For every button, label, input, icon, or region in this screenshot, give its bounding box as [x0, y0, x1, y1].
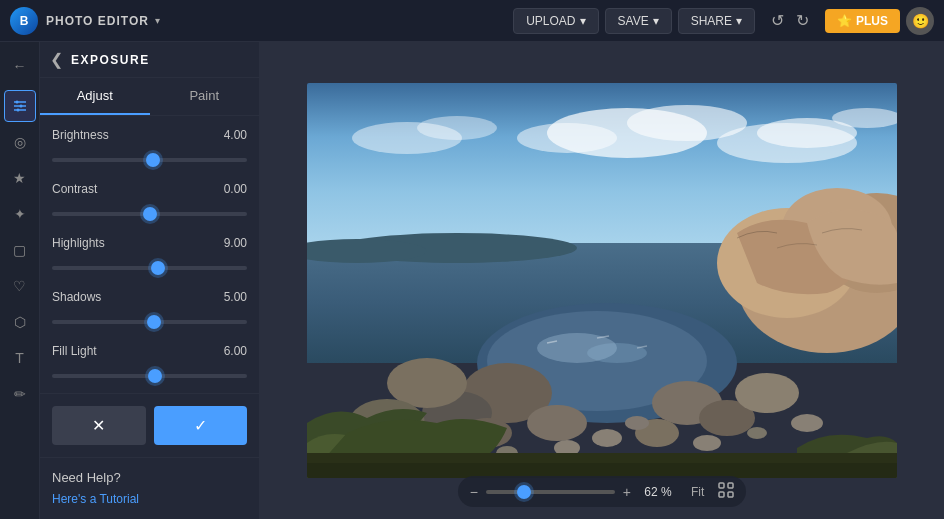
back-icon: ← — [13, 58, 27, 74]
svg-point-39 — [625, 416, 649, 430]
brush-icon: ✏ — [14, 386, 26, 402]
highlights-label: Highlights — [52, 236, 105, 250]
exposure-panel: ❮ EXPOSURE Adjust Paint Brightness 4.00 — [40, 42, 260, 519]
panel-nav: ❮ EXPOSURE — [40, 42, 259, 78]
sidebar-item-heart[interactable]: ♡ — [4, 270, 36, 302]
avatar-icon: 🙂 — [912, 13, 929, 29]
svg-point-27 — [587, 343, 647, 363]
shadows-group: Shadows 5.00 — [52, 290, 247, 328]
star-icon: ★ — [13, 170, 26, 186]
header: B PHOTO EDITOR ▾ UPLOAD ▾ SAVE ▾ SHARE ▾… — [0, 0, 944, 42]
save-button[interactable]: SAVE ▾ — [605, 8, 672, 34]
app-dropdown-icon[interactable]: ▾ — [155, 15, 160, 26]
share-button[interactable]: SHARE ▾ — [678, 8, 755, 34]
brightness-label: Brightness — [52, 128, 109, 142]
help-title: Need Help? — [52, 470, 247, 485]
help-link[interactable]: Here's a Tutorial — [52, 492, 139, 506]
tab-paint[interactable]: Paint — [150, 78, 260, 115]
svg-point-42 — [693, 435, 721, 451]
svg-point-1 — [15, 101, 18, 104]
shadows-value: 5.00 — [224, 290, 247, 304]
highlights-slider[interactable] — [52, 266, 247, 270]
sidebar-item-text[interactable]: T — [4, 342, 36, 374]
panel-back-button[interactable]: ❮ — [50, 50, 63, 69]
upload-dropdown-icon: ▾ — [580, 14, 586, 28]
confirm-button[interactable]: ✓ — [154, 406, 248, 445]
zoom-expand-button[interactable] — [718, 482, 734, 501]
eye-icon: ◎ — [14, 134, 26, 150]
svg-point-45 — [791, 414, 823, 432]
sidebar-item-sliders[interactable] — [4, 90, 36, 122]
svg-point-13 — [352, 122, 462, 154]
sidebar-item-shape[interactable]: ⬡ — [4, 306, 36, 338]
panel-actions: ✕ ✓ — [40, 393, 259, 457]
undo-button[interactable]: ↺ — [767, 7, 788, 34]
fill-light-group: Fill Light 6.00 — [52, 344, 247, 382]
upload-button[interactable]: UPLOAD ▾ — [513, 8, 598, 34]
brightness-group: Brightness 4.00 — [52, 128, 247, 166]
frame-icon: ▢ — [13, 242, 26, 258]
sidebar-item-star[interactable]: ★ — [4, 162, 36, 194]
zoom-fit-button[interactable]: Fit — [685, 483, 710, 501]
heart-icon: ♡ — [13, 278, 26, 294]
sidebar-item-frame[interactable]: ▢ — [4, 234, 36, 266]
main-content: ← ◎ ★ ✦ ▢ ♡ ⬡ — [0, 42, 944, 519]
svg-rect-51 — [719, 483, 724, 488]
tab-adjust[interactable]: Adjust — [40, 78, 150, 115]
confirm-icon: ✓ — [194, 416, 207, 435]
save-dropdown-icon: ▾ — [653, 14, 659, 28]
app-name: PHOTO EDITOR — [46, 14, 149, 28]
svg-point-38 — [592, 429, 622, 447]
cancel-button[interactable]: ✕ — [52, 406, 146, 445]
zoom-out-icon[interactable]: − — [470, 484, 478, 500]
fill-light-value: 6.00 — [224, 344, 247, 358]
fill-light-label: Fill Light — [52, 344, 97, 358]
fill-light-slider[interactable] — [52, 374, 247, 378]
redo-button[interactable]: ↻ — [792, 7, 813, 34]
sidebar-item-brush[interactable]: ✏ — [4, 378, 36, 410]
sidebar-item-effects[interactable]: ✦ — [4, 198, 36, 230]
photo-canvas — [307, 83, 897, 478]
sidebar: ← ◎ ★ ✦ ▢ ♡ ⬡ — [0, 42, 40, 519]
effects-icon: ✦ — [14, 206, 26, 222]
svg-point-30 — [527, 405, 587, 441]
zoom-in-icon[interactable]: + — [623, 484, 631, 500]
panel-tabs: Adjust Paint — [40, 78, 259, 116]
svg-rect-52 — [728, 483, 733, 488]
highlights-group: Highlights 9.00 — [52, 236, 247, 274]
app-logo: B — [10, 7, 38, 35]
svg-rect-54 — [728, 492, 733, 497]
shape-icon: ⬡ — [14, 314, 26, 330]
shadows-slider[interactable] — [52, 320, 247, 324]
sidebar-item-back[interactable]: ← — [4, 50, 36, 82]
panel-title: EXPOSURE — [71, 53, 150, 67]
highlights-value: 9.00 — [224, 236, 247, 250]
svg-point-5 — [16, 109, 19, 112]
svg-point-43 — [747, 427, 767, 439]
shadows-label: Shadows — [52, 290, 101, 304]
zoom-bar: − + 62 % Fit — [458, 476, 747, 507]
share-dropdown-icon: ▾ — [736, 14, 742, 28]
sidebar-item-eye[interactable]: ◎ — [4, 126, 36, 158]
brightness-slider[interactable] — [52, 158, 247, 162]
svg-point-9 — [517, 123, 617, 153]
svg-point-35 — [735, 373, 799, 413]
contrast-slider[interactable] — [52, 212, 247, 216]
contrast-label: Contrast — [52, 182, 97, 196]
help-section: Need Help? Here's a Tutorial — [40, 457, 259, 519]
zoom-slider[interactable] — [486, 490, 615, 494]
avatar[interactable]: 🙂 — [906, 7, 934, 35]
zoom-value: 62 % — [639, 485, 677, 499]
expand-icon — [718, 482, 734, 498]
plus-button[interactable]: ⭐ PLUS — [825, 9, 900, 33]
contrast-value: 0.00 — [224, 182, 247, 196]
sliders-icon — [12, 98, 28, 114]
svg-rect-53 — [719, 492, 724, 497]
plus-icon: ⭐ — [837, 14, 852, 28]
header-actions: UPLOAD ▾ SAVE ▾ SHARE ▾ ↺ ↻ ⭐ PLUS 🙂 — [513, 7, 934, 35]
undo-redo-group: ↺ ↻ — [767, 7, 813, 34]
photo-container — [307, 83, 897, 478]
svg-point-3 — [19, 105, 22, 108]
canvas-area: − + 62 % Fit — [260, 42, 944, 519]
cancel-icon: ✕ — [92, 416, 105, 435]
